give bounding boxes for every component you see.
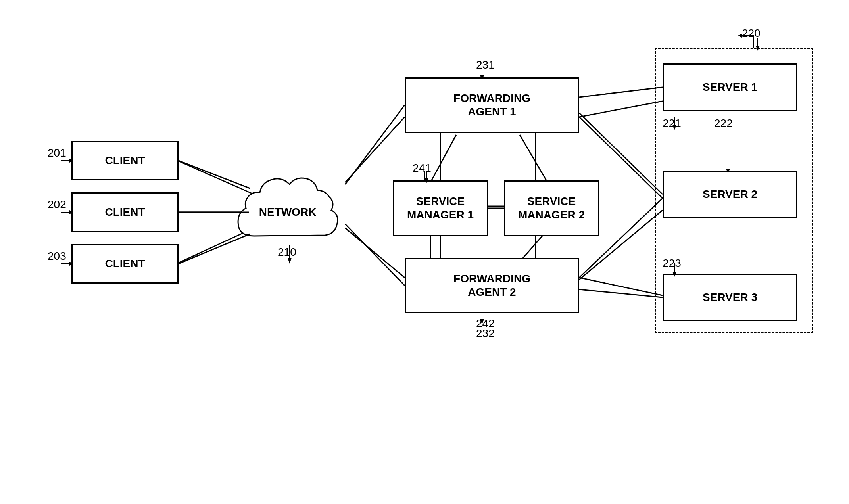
server2-box: SERVER 2 [663,171,797,218]
client3-label: CLIENT [105,257,145,270]
label-220: 220 [742,27,761,40]
svg-line-12 [579,278,663,295]
svg-line-9 [579,101,663,117]
svg-line-3 [345,117,405,182]
label-241: 241 [413,162,431,174]
server2-label: SERVER 2 [703,188,757,201]
svg-line-6 [520,135,547,182]
label-201: 201 [48,147,66,159]
svg-line-5 [430,135,456,182]
label-221: 221 [663,117,681,130]
service-manager2-box: SERVICEMANAGER 2 [504,180,599,236]
network-cloud: NETWORK [230,165,345,260]
service-manager1-box: SERVICEMANAGER 1 [393,180,488,236]
label-231: 231 [476,59,495,71]
svg-line-39 [579,289,663,297]
client2-box: CLIENT [71,192,179,232]
label-202: 202 [48,198,66,211]
client1-label: CLIENT [105,154,145,167]
service-manager2-label: SERVICEMANAGER 2 [518,195,585,221]
label-210: 210 [278,246,296,259]
client3-box: CLIENT [71,244,179,284]
network-label: NETWORK [259,206,317,218]
svg-marker-19 [738,34,742,38]
diagram: 201 202 203 CLIENT CLIENT CLIENT NETWORK… [0,0,849,504]
server3-label: SERVER 3 [703,291,757,304]
label-222: 222 [714,117,733,130]
svg-line-36 [579,87,663,97]
client1-box: CLIENT [71,141,179,180]
label-203: 203 [48,250,66,263]
server1-box: SERVER 1 [663,63,797,111]
client2-label: CLIENT [105,205,145,219]
server1-label: SERVER 1 [703,80,757,94]
forwarding-agent2-label: FORWARDINGAGENT 2 [453,272,530,299]
server3-box: SERVER 3 [663,274,797,321]
forwarding-agent1-label: FORWARDINGAGENT 1 [453,92,530,118]
label-223: 223 [663,257,681,270]
service-manager1-label: SERVICEMANAGER 1 [407,195,474,221]
forwarding-agent2-box: FORWARDINGAGENT 2 [405,258,579,313]
label-232: 232 [476,327,495,340]
svg-line-29 [345,105,405,184]
forwarding-agent1-box: FORWARDINGAGENT 1 [405,77,579,133]
